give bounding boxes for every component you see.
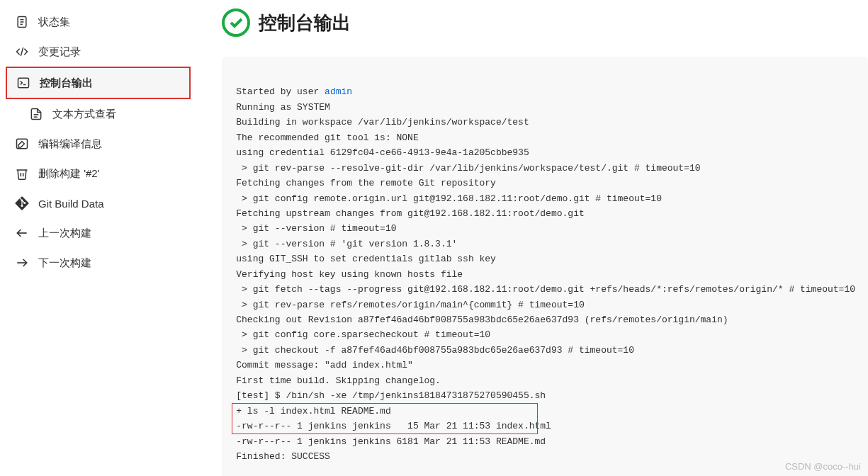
sidebar-item-prev-build[interactable]: 上一次构建 — [6, 218, 191, 248]
console-line: > git --version # 'git version 1.8.3.1' — [236, 239, 457, 249]
sidebar-item-changes[interactable]: 变更记录 — [6, 37, 191, 67]
console-line: using credential 6129fc04-ce66-4913-9e4a… — [236, 147, 529, 158]
console-line: Verifying host key using known hosts fil… — [236, 269, 463, 280]
git-icon — [14, 196, 30, 211]
svg-line-4 — [21, 47, 23, 56]
sidebar-item-label: 下一次构建 — [38, 256, 91, 270]
sidebar-item-text-view[interactable]: 文本方式查看 — [6, 99, 191, 129]
console-line: > git fetch --tags --progress git@192.16… — [236, 284, 855, 295]
sidebar-item-edit[interactable]: 编辑编译信息 — [6, 129, 191, 159]
page-title: 控制台输出 — [259, 11, 351, 35]
console-line: > git config remote.origin.url git@192.1… — [236, 193, 662, 204]
console-output: Started by user admin Running as SYSTEM … — [222, 57, 868, 476]
console-line: Started by user — [236, 86, 325, 97]
sidebar-item-delete[interactable]: 删除构建 '#2' — [6, 159, 191, 188]
success-icon — [222, 8, 250, 37]
file-text-icon — [28, 106, 44, 122]
page-header: 控制台输出 — [222, 8, 868, 37]
watermark: CSDN @coco--hui — [785, 461, 861, 472]
console-line: First time build. Skipping changelog. — [236, 375, 441, 386]
main-content: 控制台输出 Started by user admin Running as S… — [196, 0, 868, 476]
console-line: + ls -l index.html README.md — [236, 406, 390, 416]
console-line: > git config core.sparsecheckout # timeo… — [236, 329, 490, 340]
console-line: > git --version # timeout=10 — [236, 223, 396, 234]
console-line: -rw-r--r-- 1 jenkins jenkins 15 Mar 21 1… — [236, 421, 551, 431]
sidebar-item-console[interactable]: 控制台输出 — [6, 67, 191, 99]
console-line: The recommended git tool is: NONE — [236, 132, 418, 143]
console-line: Running as SYSTEM — [236, 102, 330, 113]
sidebar-item-status[interactable]: 状态集 — [6, 7, 191, 37]
sidebar-item-git-data[interactable]: Git Build Data — [6, 188, 191, 218]
sidebar-item-label: 状态集 — [38, 16, 70, 29]
sidebar-item-next-build[interactable]: 下一次构建 — [6, 248, 191, 278]
console-line: -rw-r--r-- 1 jenkins jenkins 6181 Mar 21… — [236, 436, 546, 447]
console-line: > git rev-parse refs/remotes/origin/main… — [236, 300, 584, 310]
console-line: Fetching changes from the remote Git rep… — [236, 178, 496, 188]
console-line: using GIT_SSH to set credentials gitlab … — [236, 254, 496, 264]
sidebar-item-label: 编辑编译信息 — [38, 137, 102, 151]
sidebar-item-label: Git Build Data — [38, 198, 104, 210]
document-icon — [14, 14, 30, 30]
sidebar-item-label: 删除构建 '#2' — [38, 167, 100, 181]
console-line: Checking out Revision a87fef46ad46bf0087… — [236, 314, 728, 325]
console-line: Commit message: "add index.html" — [236, 360, 413, 370]
sidebar: 状态集 变更记录 控制台输出 文本方式查看 编辑编译信息 删除构建 '#2' G… — [0, 0, 196, 476]
terminal-icon — [16, 75, 31, 91]
console-line: [test] $ /bin/sh -xe /tmp/jenkins1818473… — [236, 390, 546, 401]
sidebar-item-label: 控制台输出 — [40, 76, 93, 90]
console-line: > git checkout -f a87fef46ad46bf008755a9… — [236, 345, 634, 356]
trash-icon — [14, 166, 30, 181]
arrow-left-icon — [14, 225, 30, 241]
sidebar-item-label: 变更记录 — [38, 45, 81, 59]
svg-rect-5 — [18, 78, 29, 87]
edit-icon — [14, 136, 30, 152]
user-link[interactable]: admin — [325, 86, 352, 97]
console-line: Building in workspace /var/lib/jenkins/w… — [236, 117, 529, 128]
code-icon — [14, 44, 30, 60]
console-line: Finished: SUCCESS — [236, 451, 330, 462]
sidebar-item-label: 上一次构建 — [38, 227, 91, 240]
arrow-right-icon — [14, 255, 30, 271]
console-line: > git rev-parse --resolve-git-dir /var/l… — [236, 163, 700, 174]
sidebar-item-label: 文本方式查看 — [52, 108, 116, 121]
console-line: Fetching upstream changes from git@192.1… — [236, 208, 584, 219]
